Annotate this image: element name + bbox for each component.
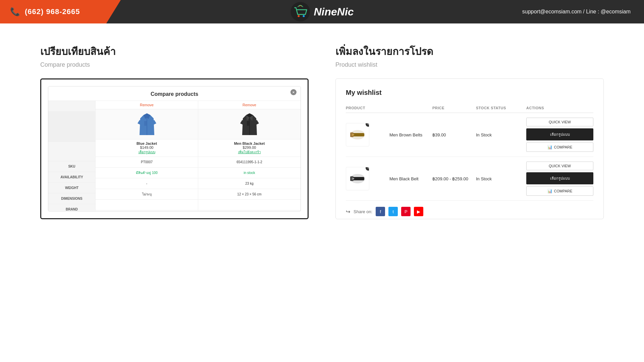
val1-dimensions: ไม่ระบุ [96, 189, 198, 200]
product2-wishlist-img: × [346, 167, 369, 190]
product2-quick-view-btn[interactable]: QUICK VIEW [526, 162, 593, 170]
facebook-share-btn[interactable]: f [376, 207, 385, 216]
logo-cart-icon [290, 2, 310, 22]
label-availability: AVAILABILITY [48, 172, 95, 183]
col-stock: STOCK STATUS [476, 106, 526, 110]
twitter-share-btn[interactable]: t [388, 207, 398, 216]
product2-link[interactable]: เพิ่มไปยังตะกร้า [201, 149, 298, 155]
product1-actions: QUICK VIEW เลือกรูปแบบ 📊 COMPARE [526, 118, 593, 152]
compare-card-header: Compare products × [48, 86, 301, 101]
val1-brand [96, 200, 198, 210]
product1-info: Blue Jacket $149.00 เลือกรูปแบบ [96, 139, 198, 157]
phone-number: (662) 968-2665 [25, 7, 80, 16]
label-brand: BRAND [48, 204, 95, 212]
product1-price: $149.00 [98, 145, 195, 149]
compare-title-en: Compare products [40, 61, 309, 68]
compare-product2-col: Remove [198, 101, 301, 211]
col-price: PRICE [432, 106, 476, 110]
svg-point-2 [303, 15, 305, 17]
main-content: เปรียบเทียบสินค้า Compare products Compa… [0, 23, 644, 239]
product1-wishlist-stock: In Stock [476, 132, 526, 137]
wishlist-table-header: PRODUCT PRICE STOCK STATUS ACTIONS [346, 103, 593, 113]
header-contact: support@ecomsiam.com / Line : @ecomsiam [522, 9, 644, 15]
val1-availability: มีสินค้าอยู่ 100 [96, 168, 198, 178]
label-dimensions: DIMENSIONS [48, 193, 95, 204]
chart-icon-2: 📊 [547, 189, 552, 193]
product2-img-area: × [346, 167, 386, 190]
brown-belt-icon [349, 126, 366, 143]
header-logo: NineNic [290, 2, 354, 22]
wishlist-row-2: × Men Black Belt ฿209.00 - [346, 157, 593, 201]
chart-icon: 📊 [547, 145, 552, 149]
pinterest-share-btn[interactable]: P [401, 207, 411, 216]
compare-table: SKU AVAILABILITY WEIGHT DIMENSIONS BRAND… [48, 101, 301, 211]
black-belt-icon [349, 170, 366, 187]
compare-inner: Compare products × SKU AVAILABILITY [48, 86, 301, 212]
svg-rect-10 [352, 134, 353, 136]
product2-name: Men Black Jacket [201, 141, 298, 145]
compare-section: เปรียบเทียบสินค้า Compare products Compa… [40, 44, 309, 219]
product1-compare-btn[interactable]: 📊 COMPARE [526, 142, 593, 152]
val2-sku: 654111995-1-1-2 [198, 157, 301, 168]
share-arrow-icon: ↪ [346, 208, 350, 215]
product2-compare-label: COMPARE [554, 189, 573, 193]
product1-wishlist-name: Men Brown Belts [386, 132, 432, 137]
svg-rect-15 [352, 178, 353, 180]
compare-title-thai: เปรียบเทียบสินค้า [40, 44, 309, 59]
col-product: PRODUCT [346, 106, 386, 110]
product2-wishlist-name: Men Black Belt [386, 176, 432, 181]
label-weight: WEIGHT [48, 183, 95, 193]
product2-price: $299.00 [201, 145, 298, 149]
col-name-spacer [386, 106, 432, 110]
val1-weight: - [96, 178, 198, 189]
compare-card: Compare products × SKU AVAILABILITY [40, 78, 309, 219]
wishlist-card: My wishlist PRODUCT PRICE STOCK STATUS A… [335, 78, 604, 219]
val2-weight: 23 kg [198, 178, 301, 189]
wishlist-title-thai: เพิ่มลงในรายการโปรด [335, 44, 604, 59]
compare-labels-col: SKU AVAILABILITY WEIGHT DIMENSIONS BRAND [48, 101, 95, 211]
product2-wishlist-price: ฿209.00 - ฿259.00 [432, 176, 476, 181]
product1-wishlist-img: × [346, 123, 369, 146]
val2-availability: in stock [198, 168, 301, 178]
val2-dimensions: 12 × 23 × 56 cm [198, 189, 301, 200]
product2-info: Men Black Jacket $299.00 เพิ่มไปยังตะกร้… [198, 139, 301, 157]
phone-icon: 📞 [10, 7, 20, 16]
val1-sku: PT0007 [96, 157, 198, 168]
compare-product1-col: Remove [95, 101, 198, 211]
compare-card-title: Compare products [151, 91, 198, 97]
product1-add-cart-btn[interactable]: เลือกรูปแบบ [526, 128, 593, 140]
product1-link[interactable]: เลือกรูปแบบ [98, 149, 195, 155]
svg-point-0 [290, 2, 310, 21]
share-row: ↪ Share on: f t P ▶ [346, 207, 593, 216]
product1-name: Blue Jacket [98, 141, 195, 145]
logo-text: NineNic [314, 6, 354, 18]
product1-quick-view-btn[interactable]: QUICK VIEW [526, 118, 593, 126]
remove-product1-wishlist[interactable]: × [366, 123, 369, 127]
product1-img-area: × [346, 123, 386, 146]
svg-point-16 [353, 178, 354, 179]
product2-compare-btn[interactable]: 📊 COMPARE [526, 186, 593, 196]
remove-product1-btn[interactable]: Remove [96, 101, 198, 109]
header: 📞 (662) 968-2665 NineNic support@ecomsia… [0, 0, 644, 23]
svg-point-1 [298, 15, 300, 17]
label-sku: SKU [48, 161, 95, 172]
product2-image [198, 109, 301, 139]
product1-wishlist-price: ฿39.00 [432, 132, 476, 137]
wishlist-title-en: Product wishlist [335, 61, 604, 68]
header-phone-area: 📞 (662) 968-2665 [0, 0, 121, 23]
share-label: Share on: [354, 209, 372, 214]
product2-add-cart-btn[interactable]: เลือกรูปแบบ [526, 172, 593, 184]
remove-product2-btn[interactable]: Remove [198, 101, 301, 109]
compare-close-button[interactable]: × [290, 89, 297, 95]
product2-actions: QUICK VIEW เลือกรูปแบบ 📊 COMPARE [526, 162, 593, 196]
col-actions: ACTIONS [526, 106, 593, 110]
remove-product2-wishlist[interactable]: × [366, 167, 369, 171]
svg-rect-4 [144, 121, 147, 126]
black-jacket-icon [239, 112, 260, 137]
blue-jacket-icon [137, 112, 157, 137]
val2-brand [198, 200, 301, 210]
youtube-share-btn[interactable]: ▶ [414, 207, 423, 216]
product1-compare-label: COMPARE [554, 145, 573, 149]
product2-wishlist-stock: In Stock [476, 176, 526, 181]
wishlist-section: เพิ่มลงในรายการโปรด Product wishlist My … [335, 44, 604, 219]
